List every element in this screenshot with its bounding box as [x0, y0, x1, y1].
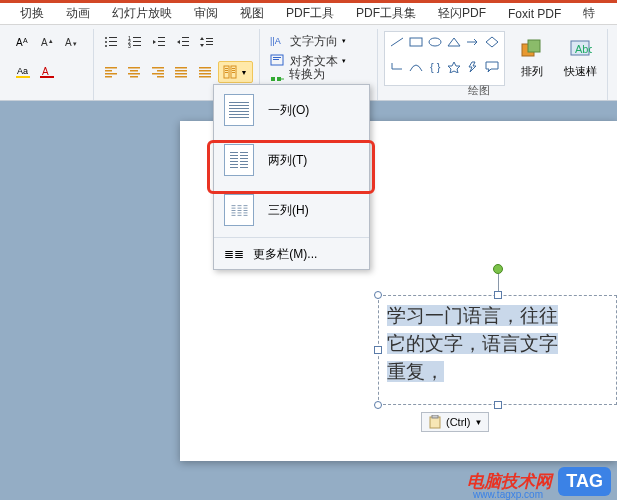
increase-font-icon[interactable]: A▴ — [36, 31, 58, 53]
decrease-font-icon[interactable]: A▾ — [60, 31, 82, 53]
shape-star-icon[interactable] — [445, 60, 462, 74]
columns-three[interactable]: 三列(H) — [214, 185, 369, 235]
svg-rect-35 — [128, 67, 140, 69]
svg-rect-11 — [109, 37, 117, 38]
bullets-icon[interactable] — [100, 31, 122, 53]
shape-curve-icon[interactable] — [407, 60, 424, 74]
svg-rect-34 — [105, 76, 112, 78]
arrange-icon — [520, 38, 544, 62]
svg-rect-58 — [232, 72, 235, 73]
increase-indent-icon[interactable] — [172, 31, 194, 53]
svg-rect-47 — [199, 67, 211, 69]
textbox-content[interactable]: 学习一门语言，往往 它的文字，语言文字 重复， — [379, 296, 616, 392]
three-column-icon — [224, 194, 254, 226]
svg-text:Aa: Aa — [17, 66, 28, 76]
svg-text:▴: ▴ — [49, 37, 53, 44]
shape-callout-icon[interactable] — [483, 60, 500, 74]
columns-more-icon: ≣≣ — [224, 247, 244, 261]
shape-diamond-icon[interactable] — [483, 35, 500, 49]
align-left-icon[interactable] — [100, 61, 122, 83]
resize-handle-nw[interactable] — [374, 291, 382, 299]
svg-rect-63 — [271, 77, 275, 81]
clipboard-icon — [428, 415, 442, 429]
watermark: 电脑技术网 TAG — [467, 467, 611, 496]
tab-lightpdf[interactable]: 轻闪PDF — [428, 3, 496, 24]
shapes-gallery[interactable]: { } — [384, 31, 505, 86]
tab-pdf-toolkit[interactable]: PDF工具集 — [346, 3, 426, 24]
chevron-down-icon: ▾ — [342, 57, 346, 65]
tab-view[interactable]: 视图 — [230, 3, 274, 24]
svg-rect-56 — [232, 68, 235, 69]
columns-two[interactable]: 两列(T) — [214, 135, 369, 185]
shape-arrow-icon[interactable] — [464, 35, 481, 49]
svg-text:A: A — [16, 37, 23, 48]
resize-handle-s[interactable] — [494, 401, 502, 409]
svg-text:{ }: { } — [430, 61, 441, 73]
rotate-handle[interactable] — [493, 264, 503, 274]
ribbon-tabs: 切换 动画 幻灯片放映 审阅 视图 PDF工具 PDF工具集 轻闪PDF Fox… — [0, 3, 617, 25]
two-column-icon — [224, 144, 254, 176]
decrease-indent-icon[interactable] — [148, 31, 170, 53]
svg-rect-9 — [40, 76, 54, 78]
numbering-icon[interactable]: 123 — [124, 31, 146, 53]
svg-rect-55 — [225, 72, 228, 73]
svg-text:A: A — [23, 37, 28, 44]
resize-handle-w[interactable] — [374, 346, 382, 354]
font-size-spinner[interactable]: AA — [12, 31, 34, 53]
tab-review[interactable]: 审阅 — [184, 3, 228, 24]
columns-one[interactable]: 一列(O) — [214, 85, 369, 135]
chevron-down-icon: ▼ — [240, 69, 247, 76]
chevron-down-icon: ▾ — [342, 37, 346, 45]
svg-rect-28 — [206, 38, 213, 39]
svg-rect-37 — [128, 73, 140, 75]
align-right-icon[interactable] — [147, 61, 169, 83]
resize-handle-sw[interactable] — [374, 401, 382, 409]
svg-rect-15 — [109, 45, 117, 46]
svg-text:A: A — [42, 66, 49, 77]
slide-textbox[interactable]: 学习一门语言，往往 它的文字，语言文字 重复， (Ctrl) ▼ — [378, 295, 617, 405]
svg-text:Abc: Abc — [575, 43, 592, 55]
svg-text:A: A — [65, 37, 72, 48]
tab-pdf-tools[interactable]: PDF工具 — [276, 3, 344, 24]
svg-rect-46 — [175, 76, 187, 78]
svg-rect-31 — [105, 67, 117, 69]
one-column-icon — [224, 94, 254, 126]
align-distributed-icon[interactable] — [194, 61, 216, 83]
font-color-icon[interactable]: A — [36, 61, 58, 83]
shape-lightning-icon[interactable] — [464, 60, 481, 74]
text-highlight-icon[interactable]: Aa — [12, 61, 34, 83]
paste-options-button[interactable]: (Ctrl) ▼ — [421, 412, 489, 432]
tab-foxit-pdf[interactable]: Foxit PDF — [498, 5, 571, 23]
columns-dropdown: 一列(O) 两列(T) 三列(H) ≣≣ 更多栏(M)... — [213, 84, 370, 270]
svg-rect-61 — [273, 57, 281, 58]
shape-rect-icon[interactable] — [407, 35, 424, 49]
resize-handle-n[interactable] — [494, 291, 502, 299]
svg-rect-38 — [130, 76, 138, 78]
svg-rect-24 — [158, 45, 165, 46]
align-justify-icon[interactable] — [171, 61, 193, 83]
svg-rect-48 — [199, 70, 211, 72]
tab-transition[interactable]: 切换 — [10, 3, 54, 24]
tab-slideshow[interactable]: 幻灯片放映 — [102, 3, 182, 24]
columns-more[interactable]: ≣≣ 更多栏(M)... — [214, 240, 369, 269]
shape-triangle-icon[interactable] — [445, 35, 462, 49]
columns-button[interactable]: ▼ — [218, 61, 253, 83]
svg-rect-50 — [199, 76, 211, 78]
svg-line-65 — [391, 38, 403, 46]
text-direction-button[interactable]: ||A 文字方向 ▾ — [266, 31, 371, 51]
tab-extra[interactable]: 特 — [573, 3, 605, 24]
quick-style-icon: Abc — [568, 38, 592, 62]
svg-rect-53 — [225, 68, 228, 69]
align-center-icon[interactable] — [124, 61, 146, 83]
shape-elbow-icon[interactable] — [388, 60, 405, 74]
svg-rect-44 — [175, 70, 187, 72]
shape-oval-icon[interactable] — [426, 35, 443, 49]
svg-rect-17 — [133, 37, 141, 38]
line-spacing-icon[interactable] — [196, 31, 218, 53]
shape-line-icon[interactable] — [388, 35, 405, 49]
svg-text:||A: ||A — [270, 36, 281, 46]
shape-brace-icon[interactable]: { } — [426, 60, 443, 74]
arrange-button[interactable]: 排列 — [511, 31, 553, 85]
quick-style-button[interactable]: Abc 快速样 — [559, 31, 601, 85]
tab-animation[interactable]: 动画 — [56, 3, 100, 24]
